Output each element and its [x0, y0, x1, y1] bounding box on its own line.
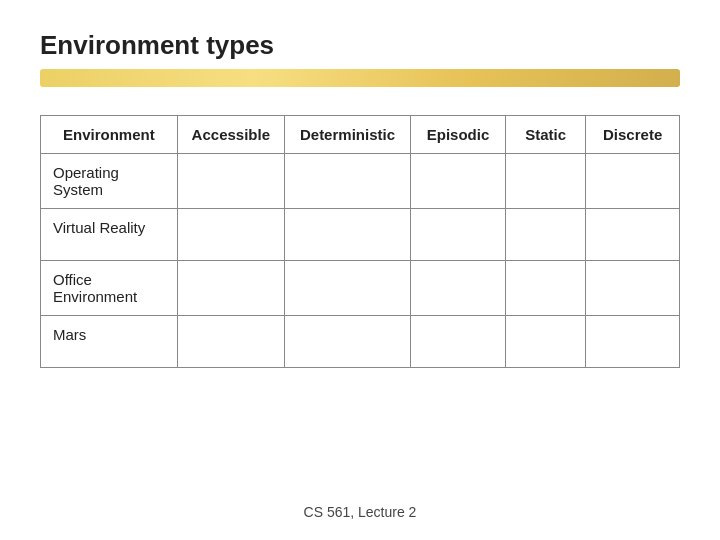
col-header-deterministic: Deterministic	[284, 116, 410, 154]
table-row: Mars	[41, 316, 680, 368]
cell-episodic-3	[410, 316, 505, 368]
slide: Environment types Environment Accessible…	[0, 0, 720, 540]
col-header-accessible: Accessible	[177, 116, 284, 154]
cell-env-2: Office Environment	[41, 261, 178, 316]
col-header-discrete: Discrete	[586, 116, 680, 154]
col-header-static: Static	[505, 116, 585, 154]
cell-accessible-0	[177, 154, 284, 209]
col-header-environment: Environment	[41, 116, 178, 154]
environment-table: Environment Accessible Deterministic Epi…	[40, 115, 680, 368]
cell-accessible-2	[177, 261, 284, 316]
cell-episodic-1	[410, 209, 505, 261]
table-wrapper: Environment Accessible Deterministic Epi…	[40, 115, 680, 492]
cell-deterministic-2	[284, 261, 410, 316]
cell-accessible-1	[177, 209, 284, 261]
cell-static-1	[505, 209, 585, 261]
cell-deterministic-0	[284, 154, 410, 209]
cell-env-0: Operating System	[41, 154, 178, 209]
table-row: Virtual Reality	[41, 209, 680, 261]
cell-deterministic-1	[284, 209, 410, 261]
slide-title: Environment types	[40, 30, 680, 61]
cell-discrete-2	[586, 261, 680, 316]
table-header-row: Environment Accessible Deterministic Epi…	[41, 116, 680, 154]
table-row: Operating System	[41, 154, 680, 209]
cell-env-3: Mars	[41, 316, 178, 368]
cell-discrete-0	[586, 154, 680, 209]
title-section: Environment types	[40, 30, 680, 105]
cell-discrete-3	[586, 316, 680, 368]
cell-static-0	[505, 154, 585, 209]
title-underline	[40, 69, 680, 87]
cell-episodic-2	[410, 261, 505, 316]
cell-episodic-0	[410, 154, 505, 209]
footer-text: CS 561, Lecture 2	[40, 504, 680, 520]
col-header-episodic: Episodic	[410, 116, 505, 154]
cell-env-1: Virtual Reality	[41, 209, 178, 261]
cell-accessible-3	[177, 316, 284, 368]
table-row: Office Environment	[41, 261, 680, 316]
cell-discrete-1	[586, 209, 680, 261]
cell-deterministic-3	[284, 316, 410, 368]
cell-static-3	[505, 316, 585, 368]
cell-static-2	[505, 261, 585, 316]
